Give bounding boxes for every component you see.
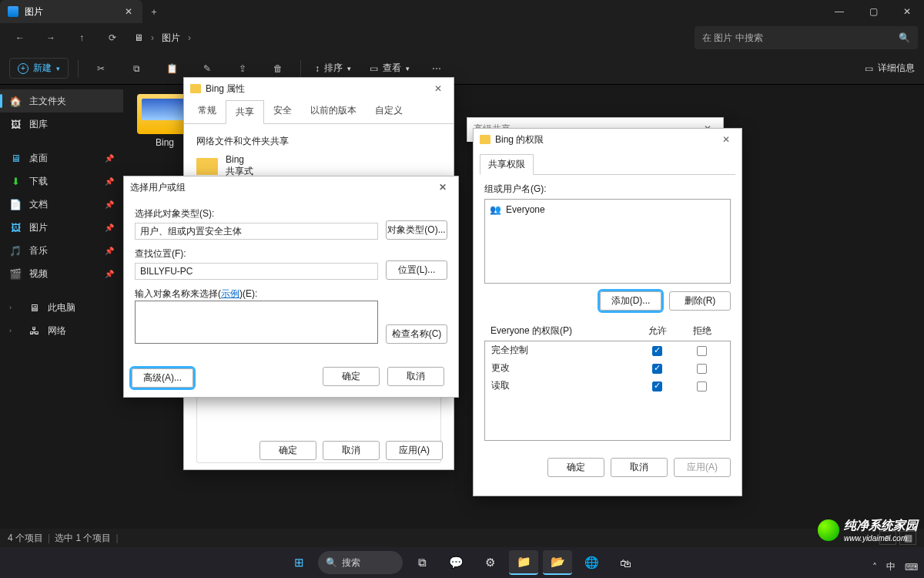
rename-icon[interactable]: ✎ [194, 57, 220, 80]
gallery-icon: 🖼 [9, 118, 22, 130]
tab-custom[interactable]: 自定义 [366, 99, 412, 123]
location-button[interactable]: 位置(L)... [386, 260, 447, 280]
sidebar-item-network[interactable]: ›🖧网络 [0, 319, 123, 342]
taskbar-app-edge[interactable]: 🌐 [577, 550, 606, 575]
cancel-button[interactable]: 取消 [323, 441, 380, 460]
object-type-button[interactable]: 对象类型(O)... [386, 220, 447, 240]
share-icon[interactable]: ⇪ [229, 57, 256, 80]
sidebar-item-gallery[interactable]: 🖼图库 [0, 113, 123, 136]
add-button[interactable]: 添加(D)... [600, 291, 661, 311]
dialog-title: Bing 属性 [206, 82, 245, 96]
advanced-button[interactable]: 高级(A)... [132, 368, 193, 388]
minimize-button[interactable]: — [822, 0, 856, 23]
section-title: 网络文件和文件夹共享 [196, 135, 441, 148]
close-icon[interactable]: ✕ [717, 134, 735, 145]
pin-icon: 📌 [105, 200, 114, 209]
refresh-button[interactable]: ⟳ [99, 26, 126, 49]
pc-icon: 🖥 [28, 301, 40, 314]
tab-title: 图片 [25, 5, 43, 18]
tab-share[interactable]: 共享 [226, 100, 264, 124]
group-user-list[interactable]: 👥 Everyone [484, 199, 731, 284]
ok-button[interactable]: 确定 [323, 367, 380, 386]
dialog-titlebar[interactable]: 选择用户或组 ✕ [124, 176, 458, 198]
taskbar-app-explorer[interactable]: 📁 [509, 550, 538, 575]
maximize-button[interactable]: ▢ [856, 0, 890, 23]
forward-button[interactable]: → [37, 26, 65, 49]
shared-object-name: Bing [226, 154, 253, 165]
allow-full-checkbox[interactable] [652, 346, 662, 356]
list-item[interactable]: 👥 Everyone [488, 203, 727, 217]
tab-previous[interactable]: 以前的版本 [301, 99, 366, 123]
chevron-right-icon: › [151, 32, 154, 43]
ok-button[interactable]: 确定 [259, 441, 316, 460]
keyboard-icon[interactable]: ⌨ [905, 562, 918, 573]
pin-icon: 📌 [105, 270, 114, 278]
pin-icon: 📌 [105, 223, 114, 232]
view-icon: ▭ [370, 63, 378, 74]
deny-read-checkbox[interactable] [697, 381, 707, 391]
cancel-button[interactable]: 取消 [611, 458, 668, 477]
tab-close-icon[interactable]: ✕ [122, 5, 135, 18]
download-icon: ⬇ [9, 175, 22, 187]
sort-dropdown[interactable]: ↕ 排序 ▾ [310, 59, 356, 78]
tab-security[interactable]: 安全 [264, 99, 301, 123]
dialog-titlebar[interactable]: Bing 的权限 ✕ [474, 129, 742, 150]
sidebar-item-desktop[interactable]: 🖥桌面📌 [0, 146, 123, 170]
ime-indicator[interactable]: 中 [886, 560, 896, 573]
view-dropdown[interactable]: ▭ 查看 ▾ [365, 59, 414, 78]
plus-circle-icon: + [18, 63, 28, 74]
close-button[interactable]: ✕ [890, 0, 924, 23]
sidebar-item-home[interactable]: 🏠主文件夹 [0, 89, 123, 113]
location-value: BILLYFU-PC [135, 263, 378, 280]
new-tab-button[interactable]: ＋ [142, 0, 166, 23]
perm-row-read: 读取 [485, 377, 730, 395]
copy-icon[interactable]: ⧉ [123, 57, 149, 80]
taskbar-app-settings[interactable]: ⚙ [475, 550, 504, 575]
sidebar-item-downloads[interactable]: ⬇下载📌 [0, 170, 123, 193]
search-input[interactable]: 在 图片 中搜索 🔍 [695, 26, 918, 49]
dialog-titlebar[interactable]: Bing 属性 ✕ [184, 78, 454, 99]
object-names-input[interactable] [135, 301, 378, 344]
up-button[interactable]: ↑ [68, 26, 95, 49]
more-icon[interactable]: ⋯ [424, 57, 450, 80]
taskbar-app-chat[interactable]: 💬 [441, 550, 470, 575]
sidebar-item-documents[interactable]: 📄文档📌 [0, 193, 123, 216]
breadcrumb[interactable]: 🖥 › 图片 › [134, 32, 191, 45]
tray-chevron-icon[interactable]: ˄ [872, 562, 877, 573]
apply-button[interactable]: 应用(A) [386, 441, 443, 460]
allow-change-checkbox[interactable] [652, 364, 662, 374]
apply-button[interactable]: 应用(A) [674, 458, 731, 477]
system-tray[interactable]: ˄ 中 ⌨ [872, 560, 918, 573]
tab-share-perm[interactable]: 共享权限 [480, 154, 534, 175]
delete-icon[interactable]: 🗑 [265, 57, 291, 80]
cancel-button[interactable]: 取消 [387, 367, 444, 386]
new-button[interactable]: + 新建 ▾ [9, 58, 69, 79]
toolbar-divider [78, 60, 79, 77]
taskbar-app-explorer2[interactable]: 📂 [543, 550, 572, 575]
sidebar-item-music[interactable]: 🎵音乐📌 [0, 239, 123, 262]
taskview-button[interactable]: ⧉ [407, 550, 437, 575]
sidebar-item-thispc[interactable]: ›🖥此电脑 [0, 296, 123, 319]
window-tab[interactable]: 图片 ✕ [0, 0, 142, 23]
paste-icon[interactable]: 📋 [159, 57, 185, 80]
close-icon[interactable]: ✕ [429, 83, 447, 94]
remove-button[interactable]: 删除(R) [669, 291, 731, 311]
details-pane-button[interactable]: ▭ 详细信息 [865, 62, 915, 75]
ok-button[interactable]: 确定 [547, 458, 604, 477]
deny-full-checkbox[interactable] [697, 346, 707, 356]
deny-header: 拒绝 [680, 324, 725, 338]
close-icon[interactable]: ✕ [434, 182, 452, 193]
taskbar-app-store[interactable]: 🛍 [611, 550, 640, 575]
back-button[interactable]: ← [6, 26, 34, 49]
example-link[interactable]: 示例 [221, 288, 239, 299]
breadcrumb-item[interactable]: 图片 [162, 32, 180, 45]
tab-general[interactable]: 常规 [189, 99, 226, 123]
check-names-button[interactable]: 检查名称(C) [386, 324, 447, 344]
sidebar-item-videos[interactable]: 🎬视频📌 [0, 262, 123, 285]
cut-icon[interactable]: ✂ [88, 57, 114, 80]
taskbar-search[interactable]: 🔍搜索 [318, 551, 403, 574]
deny-change-checkbox[interactable] [697, 364, 707, 374]
start-button[interactable]: ⊞ [284, 550, 313, 575]
allow-read-checkbox[interactable] [652, 381, 662, 391]
sidebar-item-pictures[interactable]: 🖼图片📌 [0, 216, 123, 239]
